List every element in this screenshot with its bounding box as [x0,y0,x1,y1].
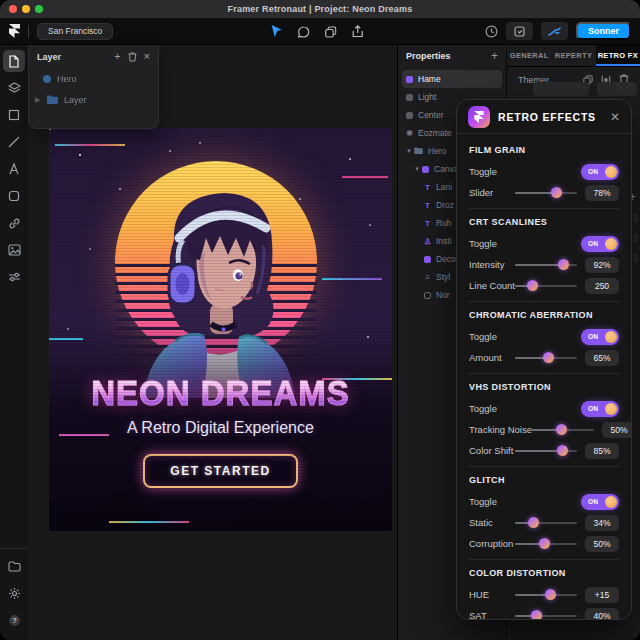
section-divider [469,373,619,374]
layer-row-layer[interactable]: ▶ Layer [29,89,158,110]
value-box[interactable]: 250 [585,278,619,294]
preset-pill[interactable] [597,82,637,96]
chevron-down-icon[interactable]: ▼ [406,148,411,154]
slider-control[interactable] [515,187,577,199]
slider-control[interactable] [515,610,577,621]
slider-knob[interactable] [528,517,539,528]
tab-reperty[interactable]: REPERTY [551,45,595,66]
minimize-window-button[interactable] [22,5,30,13]
slider-control[interactable] [515,589,577,601]
slider-knob[interactable] [543,352,554,363]
toggle-switch[interactable]: ON [581,236,619,252]
toolbar: San Francisco Sonn [0,18,640,45]
magic-pen-button[interactable] [541,22,568,40]
artwork-frame[interactable]: NEON DREAMS A Retro Digital Experience G… [49,128,392,531]
settings-tool[interactable] [3,582,25,604]
toggle-knob [605,403,617,415]
frame-icon [406,94,413,101]
slider-knob[interactable] [558,259,569,270]
link-tool[interactable] [3,212,25,234]
slider-control[interactable] [532,424,594,436]
slider-control[interactable] [515,517,577,529]
text-tool[interactable] [3,158,25,180]
close-icon[interactable]: × [144,51,150,62]
slider-control[interactable] [515,259,577,271]
toggle-switch[interactable]: ON [581,164,619,180]
frame-tool[interactable] [3,104,25,126]
value-box[interactable]: 65% [585,350,619,366]
slider-control[interactable] [515,538,577,550]
value-box[interactable]: 92% [585,257,619,273]
slider-knob[interactable] [531,610,542,620]
breakpoint-button[interactable]: San Francisco [37,23,113,40]
help-button[interactable]: ? [3,609,25,631]
text-icon [8,163,20,175]
slider-knob[interactable] [557,445,568,456]
adjustments-tool[interactable] [3,266,25,288]
canvas-viewport[interactable]: Canvas [28,45,397,640]
history-icon[interactable] [485,25,498,38]
value-box[interactable]: 50% [585,536,619,552]
get-started-button[interactable]: GET STARTED [143,454,297,488]
close-icon[interactable]: ✕ [610,110,620,124]
trash-icon[interactable] [128,52,137,62]
slider-knob[interactable] [551,187,562,198]
inspector-tabs: GENERAL REPERTY RETRO FX [507,45,640,67]
rounded-square-icon [8,190,20,202]
tree-item[interactable]: Hame [402,70,502,88]
export-tool-icon[interactable] [352,25,364,38]
framer-logo-icon[interactable] [9,24,20,38]
section-divider [469,466,619,467]
slider-control[interactable] [515,280,577,292]
assets-tool[interactable] [3,555,25,577]
folder-icon [47,95,58,104]
chevron-down-icon[interactable]: ▼ [414,166,419,172]
slider-control[interactable] [515,352,577,364]
slider-knob[interactable] [527,280,538,291]
gear-icon [8,587,21,600]
add-layer-icon[interactable]: + [114,51,120,62]
value-box[interactable]: 50% [602,422,632,438]
slider-row: HUE +15 [469,586,619,603]
publish-button[interactable]: Sonner [576,22,631,40]
image-tool[interactable] [3,239,25,261]
chevron-right-icon[interactable]: ▶ [35,96,41,104]
tab-general[interactable]: GENERAL [507,45,551,66]
hero-title: NEON DREAMS [91,372,350,413]
layer-row-hero[interactable]: Hero [29,68,158,89]
slider-row: Corruption 50% [469,535,619,552]
cursor-tool-icon[interactable] [271,25,283,38]
hidden-control-edge [633,233,638,243]
shape-tool[interactable] [3,185,25,207]
insert-panel-button[interactable] [506,22,533,40]
value-box[interactable]: 40% [585,608,619,621]
tab-retro-fx[interactable]: RETRO FX [596,45,640,66]
app-window: Framer Retronaut | Project: Neon Dreams … [0,0,640,640]
preset-pill[interactable] [533,82,589,96]
component-dot-icon [43,75,51,83]
layers-tool[interactable] [3,77,25,99]
slider-row: Line Count 250 [469,277,619,294]
retro-effects-logo-icon [468,106,490,128]
duplicate-tool-icon[interactable] [325,26,337,38]
add-property-icon[interactable]: + [491,50,498,62]
zoom-window-button[interactable] [35,5,43,13]
section-divider [469,208,619,209]
slider-knob[interactable] [556,424,567,435]
tool-group [271,18,364,45]
slider-control[interactable] [515,445,577,457]
value-box[interactable]: 34% [585,515,619,531]
toggle-knob [605,331,617,343]
toggle-switch[interactable]: ON [581,494,619,510]
value-box[interactable]: +15 [585,587,619,603]
toggle-switch[interactable]: ON [581,329,619,345]
pages-tool[interactable] [3,50,25,72]
value-box[interactable]: 85% [585,443,619,459]
slider-knob[interactable] [545,589,556,600]
close-window-button[interactable] [9,5,17,13]
line-tool[interactable] [3,131,25,153]
slider-knob[interactable] [539,538,550,549]
value-box[interactable]: 78% [585,185,619,201]
toggle-switch[interactable]: ON [581,401,619,417]
comment-tool-icon[interactable] [298,26,310,38]
